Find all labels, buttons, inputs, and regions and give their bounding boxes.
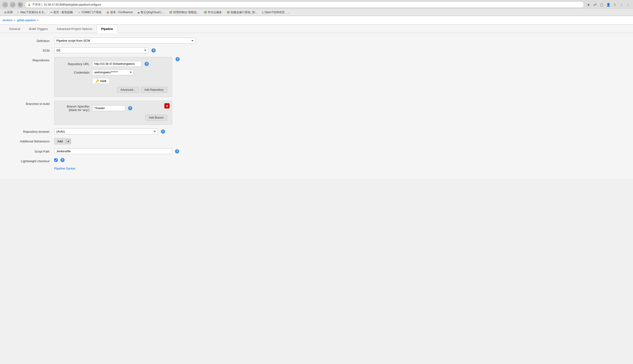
scm-select[interactable]: Git (54, 48, 149, 53)
dropdown-arrow-icon: ▾ (68, 140, 69, 143)
scm-row: SCM Git ? (7, 48, 626, 53)
definition-select[interactable]: Pipeline script from SCM (54, 38, 196, 44)
add-credentials-btn-area: 🔑 Add▾ (92, 78, 167, 84)
advanced-button[interactable]: Advanced... (117, 87, 139, 93)
bookmarks-bar: ⊟ 应用 ☾ Mac下安装Go & S... ✏ 首页 - 新智超脑 🔹 COM… (0, 9, 633, 16)
bookmark-confluence[interactable]: ⛵ 登录 - Confluence (104, 10, 135, 15)
address-bar[interactable]: 🔓 不安全 | 10.39.47.65:8080/job/gitlab-pipe… (25, 2, 584, 8)
scm-label: SCM (7, 48, 54, 52)
bookmark-edge[interactable]: 🌿 创建边缘计算组_智... (225, 10, 259, 15)
pipeline-syntax-control: Pipeline Syntax (54, 167, 626, 170)
repo-actions: Advanced... Add Repository (59, 87, 167, 93)
branch-specifier-label: Branch Specifier (blank for 'any') (59, 105, 92, 112)
repositories-help-icon[interactable]: ? (176, 57, 180, 61)
script-path-row: Script Path ? (7, 148, 626, 154)
forward-button[interactable]: → (10, 2, 16, 8)
nav-gitlab-pipeline[interactable]: gitlab-pipeline (17, 18, 36, 22)
bookmark-come[interactable]: 🔹 COME门户系统 (76, 10, 103, 15)
add-repository-button[interactable]: Add Repository (141, 87, 167, 93)
form-content: Definition Pipeline script from SCM SCM … (0, 33, 633, 179)
menu-icon[interactable]: ⋮ (625, 2, 631, 7)
branch-specifier-help-icon[interactable]: ? (128, 106, 132, 110)
account-icon[interactable]: 👤 (606, 2, 611, 7)
branch-specifier-control: ? (92, 106, 167, 111)
add-credentials-row: 🔑 Add▾ (59, 78, 167, 84)
add-behaviours-dropdown: Add ▾ (54, 138, 71, 144)
repo-url-label: Repository URL (59, 62, 92, 66)
repo-browser-help-icon[interactable]: ? (161, 130, 165, 134)
pipeline-syntax-spacer (7, 167, 54, 168)
bookmark-opentsdb[interactable]: C OpenTSDB首页、... (260, 10, 292, 15)
bookmark-huawei[interactable]: 🌿 华为云服务 (202, 10, 224, 15)
repo-browser-row: Repository browser (Auto) ? (7, 128, 626, 134)
browser-toolbar: ← → ↻ 🔓 不安全 | 10.39.47.65:8080/job/gitla… (0, 0, 633, 9)
script-path-label: Script Path (7, 148, 54, 153)
browser-chrome: ← → ↻ 🔓 不安全 | 10.39.47.65:8080/job/gitla… (0, 0, 633, 16)
additional-behaviours-control: Add ▾ (54, 138, 626, 144)
leaf-icon-2: 🌿 (204, 11, 207, 14)
key-icon: 🔑 (95, 79, 99, 83)
script-path-input[interactable] (54, 148, 172, 154)
credentials-row: Credentials weihongweic/****** (59, 70, 167, 75)
nav-sep-2: ► (37, 19, 39, 22)
insecure-icon: 🔓 (28, 3, 31, 6)
repo-browser-select[interactable]: (Auto) (54, 128, 158, 134)
definition-label: Definition (7, 38, 54, 43)
scm-control: Git ? (54, 48, 626, 53)
repositories-row: Repositories Repository URL ? (7, 57, 626, 97)
browser-actions: ★ ☍ ▢ 👤 ⇩ ⎰ ⋮ (586, 2, 631, 7)
tab-advanced-project-options[interactable]: Advanced Project Options (52, 24, 97, 33)
tab-build-triggers[interactable]: Build Triggers (25, 24, 52, 33)
edit-icon: ✏ (51, 11, 53, 14)
cloud-icon: ☁ (137, 11, 140, 14)
additional-behaviours-label: Additional Behaviours (7, 138, 54, 143)
tab-general[interactable]: General (5, 24, 25, 33)
branch-specifier-row: Branch Specifier (blank for 'any') ? (59, 105, 167, 112)
main-content: General Build Triggers Advanced Project … (0, 24, 633, 179)
lightweight-checkout-row: Lightweight checkout ? (7, 158, 626, 163)
moon-icon: ☾ (18, 11, 20, 14)
pipeline-syntax-link[interactable]: Pipeline Syntax (54, 167, 76, 170)
repo-url-input[interactable] (92, 61, 142, 67)
branches-control: X Branch Specifier (blank for 'any') ? (54, 101, 626, 125)
bookmark-mac-go[interactable]: ☾ Mac下安装Go & S... (16, 10, 48, 15)
extensions-icon[interactable]: ⎰ (619, 2, 624, 7)
repo-box: Repository URL ? Credentials (54, 57, 172, 97)
repo-browser-control: (Auto) ? (54, 128, 626, 134)
branch-specifier-input[interactable] (92, 106, 125, 111)
lightweight-checkout-help-icon[interactable]: ? (60, 158, 65, 162)
repo-url-help-icon[interactable]: ? (145, 62, 149, 66)
address-text: 10.39.47.65:8080/job/gitlab-pipeline/con… (44, 3, 101, 6)
cast-icon[interactable]: ☍ (592, 2, 598, 7)
lightweight-checkout-label: Lightweight checkout (7, 158, 54, 163)
scm-help-icon[interactable]: ? (151, 48, 156, 52)
credentials-select[interactable]: weihongweic/****** (92, 70, 134, 75)
repo-url-control: ? (92, 61, 167, 67)
opentsdb-icon: C (262, 11, 264, 14)
star-icon[interactable]: ★ (586, 2, 591, 7)
repositories-control: Repository URL ? Credentials (54, 57, 626, 97)
reload-button[interactable]: ↻ (18, 2, 23, 8)
credentials-label: Credentials (59, 71, 92, 74)
screenshot-icon[interactable]: ▢ (599, 2, 604, 7)
bookmark-homepage[interactable]: ✏ 首页 - 新智超脑 (49, 10, 75, 15)
add-behaviours-arrow-button[interactable]: ▾ (66, 139, 71, 144)
lightweight-checkout-control: ? (54, 158, 626, 162)
download-icon[interactable]: ⇩ (612, 2, 617, 7)
bookmark-apps[interactable]: ⊟ 应用 (2, 10, 15, 15)
back-button[interactable]: ← (2, 2, 8, 8)
add-behaviours-main-button[interactable]: Add (55, 138, 66, 144)
tab-pipeline[interactable]: Pipeline (97, 24, 118, 33)
leaf-icon-3: 🌿 (227, 11, 230, 14)
repo-browser-label: Repository browser (7, 128, 54, 134)
lightweight-checkout-checkbox[interactable] (54, 158, 58, 162)
add-branch-button[interactable]: Add Branch (145, 114, 167, 121)
leaf-icon-1: 🌿 (169, 11, 172, 14)
script-path-help-icon[interactable]: ? (175, 149, 179, 154)
nav-jenkins[interactable]: Jenkins (2, 18, 13, 22)
bookmark-mgmt[interactable]: 🌿 管理控制台-智能边... (167, 10, 201, 15)
add-credentials-button[interactable]: 🔑 Add▾ (92, 78, 110, 84)
bookmark-qingcloud[interactable]: ☁ 青云QingCloud | ... (135, 10, 166, 15)
delete-branch-button[interactable]: X (164, 103, 170, 108)
nav-sep-1: ► (14, 19, 16, 22)
